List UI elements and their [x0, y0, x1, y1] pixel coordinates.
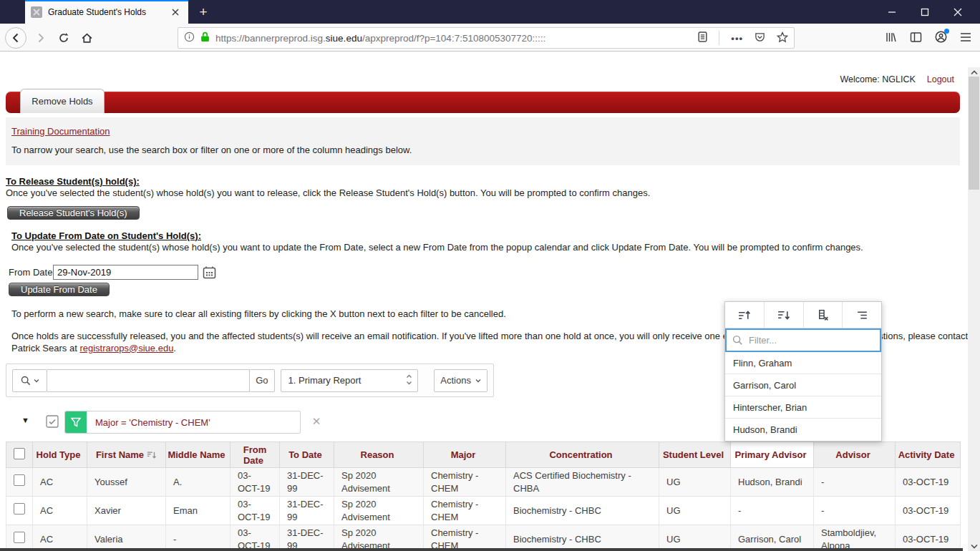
column-header-student-level[interactable]: Student Level: [659, 442, 731, 468]
collapse-caret-icon[interactable]: ▼: [21, 416, 29, 424]
registrar-email-link[interactable]: registrarops@siue.edu: [79, 343, 173, 353]
table-cell: Eman: [166, 497, 231, 525]
reader-mode-icon[interactable]: [698, 31, 707, 44]
column-header-primary-advisor[interactable]: Primary Advisor: [731, 442, 814, 468]
advisor-menu-item[interactable]: Hudson, Brandi: [725, 419, 881, 441]
bookmark-star-icon[interactable]: [777, 31, 788, 45]
minimize-button[interactable]: [875, 0, 908, 24]
row-select-cell: [6, 525, 33, 551]
url-bar[interactable]: https://bannerpreprod.isg.siue.edu/apxpr…: [178, 27, 795, 49]
column-menu-list: Flinn, GrahamGarrison, CarolHinterscher,…: [725, 352, 881, 441]
from-date-input[interactable]: [53, 265, 198, 280]
sort-descending-icon[interactable]: [765, 302, 804, 328]
page-favicon-icon: [31, 6, 42, 18]
table-bottom-edge: [0, 548, 963, 551]
update-from-date-button[interactable]: Update From Date: [9, 283, 110, 296]
select-all-checkbox[interactable]: [14, 448, 25, 459]
control-break-icon[interactable]: [843, 302, 881, 328]
tab-remove-holds[interactable]: Remove Holds: [20, 89, 105, 113]
urlbar-divider: [719, 31, 719, 45]
window-controls: [875, 0, 974, 24]
training-documentation-link[interactable]: Training Documentation: [11, 126, 110, 137]
search-input[interactable]: [47, 369, 250, 392]
table-cell: 03-OCT-19: [231, 497, 280, 525]
row-checkbox[interactable]: [14, 503, 25, 515]
column-header-activity-date[interactable]: Activity Date: [896, 442, 961, 468]
table-cell: Chemistry - CHEM: [424, 525, 506, 551]
column-header-first-name[interactable]: First Name: [87, 442, 166, 468]
column-header-hold-type[interactable]: Hold Type: [33, 442, 87, 468]
column-header-advisor[interactable]: Advisor: [814, 442, 896, 468]
table-cell: AC: [33, 497, 87, 525]
table-cell: AC: [33, 525, 87, 551]
column-filter-input[interactable]: [749, 335, 874, 346]
menu-hamburger-icon[interactable]: [960, 32, 971, 44]
remove-filter-icon[interactable]: ✕: [310, 415, 323, 428]
table-cell: Biochemistry - CHBC: [506, 525, 659, 551]
filter-enabled-checkbox[interactable]: [46, 415, 59, 428]
column-header-middle-name[interactable]: Middle Name: [166, 442, 231, 468]
advisor-menu-item[interactable]: Flinn, Graham: [725, 352, 881, 374]
home-button[interactable]: [76, 27, 97, 49]
table-cell: Stamboldjiev, Alpona: [814, 525, 896, 551]
hide-column-icon[interactable]: [804, 302, 843, 328]
table-cell: Garrison, Carol: [731, 525, 814, 551]
page-scrollbar[interactable]: [968, 67, 980, 551]
table-cell: UG: [659, 497, 731, 525]
browser-tab[interactable]: Graduate Student's Holds: [25, 0, 188, 24]
advisor-menu-item[interactable]: Hinterscher, Brian: [725, 396, 881, 419]
table-cell: 03-OCT-19: [231, 468, 280, 497]
row-checkbox[interactable]: [14, 532, 25, 543]
forward-button[interactable]: [30, 27, 52, 49]
site-info-icon[interactable]: [184, 31, 195, 44]
welcome-text: Welcome: NGLICK: [840, 74, 915, 84]
advisor-menu-item[interactable]: Garrison, Carol: [725, 374, 881, 396]
new-tab-button[interactable]: +: [192, 0, 215, 24]
lock-icon[interactable]: [200, 31, 210, 44]
release-holds-button[interactable]: Release Student's Hold(s): [7, 206, 140, 220]
column-header-from-date[interactable]: From Date: [231, 442, 280, 468]
table-row: ACYoussefA.03-OCT-1931-DEC-99Sp 2020 Adv…: [6, 468, 961, 497]
maximize-button[interactable]: [908, 0, 941, 24]
notification-dot: [944, 29, 949, 34]
report-select[interactable]: 1. Primary Report: [281, 369, 419, 392]
table-cell: 03-OCT-19: [896, 468, 961, 497]
column-header-reason[interactable]: Reason: [334, 442, 424, 468]
table-cell: Hudson, Brandi: [731, 468, 814, 497]
table-row: ACValeria-03-OCT-1931-DEC-99Sp 2020 Advi…: [6, 525, 961, 551]
active-tab-indicator: [25, 0, 188, 1]
holds-table: Hold TypeFirst NameMiddle NameFrom DateT…: [6, 442, 960, 551]
account-icon[interactable]: [935, 31, 947, 45]
calendar-icon[interactable]: [203, 265, 216, 279]
scroll-up-icon[interactable]: [968, 67, 980, 77]
logout-link[interactable]: Logout: [927, 74, 954, 84]
column-header-to-date[interactable]: To Date: [280, 442, 334, 468]
filter-chip[interactable]: Major = 'Chemistry - CHEM': [64, 411, 301, 434]
table-cell: Sp 2020 Advisement: [334, 497, 424, 525]
reload-button[interactable]: [53, 27, 74, 49]
sidebar-icon[interactable]: [910, 31, 922, 45]
library-icon[interactable]: [885, 31, 897, 45]
url-text: https://bannerpreprod.isg.siue.edu/apxpr…: [215, 33, 692, 44]
go-button[interactable]: Go: [250, 369, 274, 392]
table-cell: A.: [166, 468, 231, 497]
actions-button[interactable]: Actions: [434, 369, 487, 392]
scroll-down-icon[interactable]: [968, 541, 980, 551]
back-button[interactable]: [5, 27, 26, 49]
page-actions-icon[interactable]: •••: [731, 33, 743, 44]
column-header-major[interactable]: Major: [424, 442, 506, 468]
search-column-dropdown[interactable]: [12, 369, 47, 392]
report-select-value: 1. Primary Report: [288, 375, 362, 386]
column-header-concentration[interactable]: Concentration: [506, 442, 659, 468]
pocket-icon[interactable]: [755, 31, 765, 44]
info-text: To narrow your search, use the search bo…: [11, 145, 412, 155]
row-select-cell: [6, 468, 33, 497]
row-checkbox[interactable]: [14, 474, 25, 486]
close-button[interactable]: [941, 0, 974, 24]
table-cell: UG: [659, 525, 731, 551]
tab-title: Graduate Student's Holds: [48, 7, 168, 17]
sort-ascending-icon[interactable]: [725, 302, 765, 328]
tab-close-icon[interactable]: [168, 5, 183, 19]
scrollbar-thumb[interactable]: [969, 77, 979, 190]
search-icon: [21, 376, 31, 386]
